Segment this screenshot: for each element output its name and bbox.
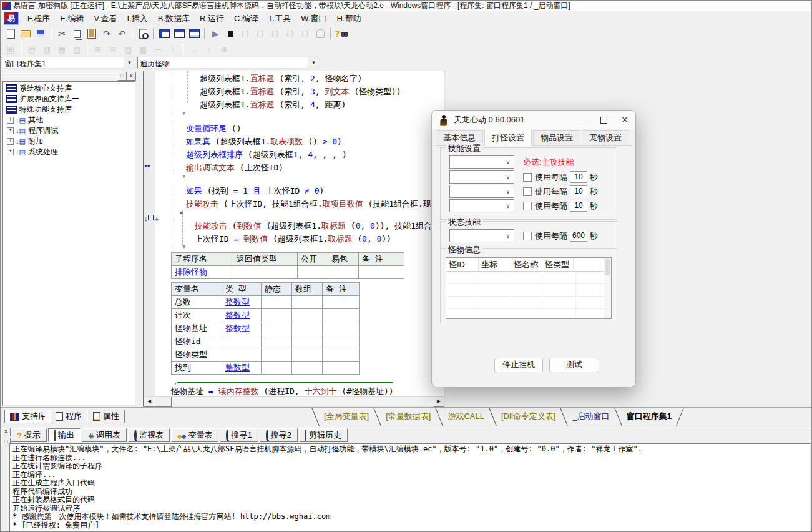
table-row[interactable]: 怪物类型: [172, 348, 360, 362]
panel-tab-属性[interactable]: 属性: [87, 410, 125, 423]
scroll-left-icon[interactable]: ◀: [144, 397, 155, 407]
menu-item-c[interactable]: C.编译: [229, 12, 263, 26]
snap-grid-icon[interactable]: ▣: [4, 42, 17, 56]
output-tab-搜寻2[interactable]: 搜寻2: [260, 428, 298, 442]
listview-scrollbar[interactable]: [604, 258, 611, 318]
align-left-icon[interactable]: ▤: [25, 42, 39, 56]
doc-tab-Dll命令定义表[interactable]: [Dll命令定义表]: [492, 408, 564, 426]
tree-item[interactable]: 特殊功能支持库: [3, 104, 135, 115]
interval-seconds-field[interactable]: 10: [570, 171, 587, 183]
variables-table[interactable]: 变量名类 型静态数组备 注总数整数型计次整数型怪物基址整数型怪物id怪物类型找到…: [171, 282, 360, 375]
space-across-icon[interactable]: ⊣: [151, 42, 165, 56]
dialog-tab-打怪设置[interactable]: 打怪设置: [484, 129, 532, 146]
panel-tab-程序[interactable]: 程序: [50, 410, 87, 423]
cut-icon[interactable]: ✂: [55, 27, 69, 41]
table-cell[interactable]: [222, 348, 262, 362]
output-tab-调用表[interactable]: ⋕调用表: [82, 428, 127, 442]
save-icon[interactable]: [34, 27, 47, 41]
doc-tab-游戏CALL[interactable]: 游戏CALL: [439, 408, 493, 426]
output-tab-输出[interactable]: 输出: [48, 428, 81, 442]
use-interval-checkbox[interactable]: [523, 173, 532, 182]
combo-chevron-icon[interactable]: ∨: [502, 202, 514, 209]
panel-tab-支持库[interactable]: 支持库: [4, 410, 52, 423]
table-row[interactable]: 怪物id: [172, 335, 360, 348]
combo-chevron-icon[interactable]: ∨: [502, 159, 514, 165]
table-cell[interactable]: [323, 348, 360, 362]
tree-item[interactable]: +↓▤其他: [3, 115, 135, 126]
listview-empty-row[interactable]: [446, 309, 611, 319]
interval-seconds-field[interactable]: 10: [570, 185, 587, 197]
skill-combobox[interactable]: ∨: [449, 170, 514, 184]
stop-bot-button[interactable]: 停止挂机: [494, 358, 543, 372]
table-cell[interactable]: 找到: [172, 362, 222, 375]
tree-expand-icon[interactable]: +: [7, 117, 14, 124]
menu-item-r[interactable]: R.运行: [195, 12, 229, 26]
tree-item[interactable]: 扩展界面支持库一: [3, 94, 135, 104]
align-right-icon[interactable]: ▥: [40, 42, 54, 56]
help-find-icon[interactable]: ?: [335, 27, 348, 41]
tree-expand-icon[interactable]: +: [7, 138, 14, 145]
method-dropdown-icon[interactable]: ▼: [308, 57, 319, 68]
menu-item-h[interactable]: H.帮助: [331, 12, 366, 26]
table-row[interactable]: 怪物基址整数型: [172, 322, 360, 335]
dock-title-bar[interactable]: □ x: [1, 71, 137, 81]
code-line[interactable]: 变量循环尾 (): [186, 124, 241, 134]
app-menu-logo-icon[interactable]: 易: [4, 12, 19, 25]
table-row[interactable]: 找到整数型: [172, 362, 360, 375]
code-line[interactable]: 如果真 (超级列表框1.取表项数 () > 0): [186, 137, 342, 147]
table-row[interactable]: 计次整数型: [172, 309, 360, 322]
same-height-icon[interactable]: ▩: [136, 42, 150, 56]
scroll-right-icon[interactable]: ▶: [433, 397, 444, 407]
window-layout-icon[interactable]: [187, 27, 201, 41]
code-line[interactable]: 技能攻击 (上次怪ID, 技能1组合框.取项目数值 (技能1组合框.现行选中项: [186, 199, 444, 209]
stop-icon[interactable]: [223, 27, 237, 41]
table-cell[interactable]: [323, 296, 360, 309]
doc-tab-全局变量表[interactable]: [全局变量表]: [315, 408, 378, 426]
table-cell[interactable]: [292, 309, 323, 322]
dialog-tab-宠物设置[interactable]: 宠物设置: [582, 130, 629, 145]
assembly-dropdown-icon[interactable]: ▼: [124, 57, 135, 68]
copy-icon[interactable]: [70, 27, 84, 41]
table-cell[interactable]: [222, 335, 262, 348]
table-cell[interactable]: [359, 266, 404, 279]
code-body[interactable]: ▼ ▼ ▼ ▶ 超级列表框1.置标题 (索引, 2, 怪物名字)超级列表框1.置…: [155, 71, 444, 397]
same-width-icon[interactable]: ▨: [121, 42, 135, 56]
listview-column-2[interactable]: 坐标: [479, 258, 511, 271]
skill-combobox[interactable]: ∨: [449, 199, 514, 212]
menu-item-w[interactable]: W.窗口: [296, 12, 331, 26]
paste-icon[interactable]: [85, 27, 99, 41]
skill-combobox[interactable]: ∨: [449, 229, 514, 242]
code-line[interactable]: 怪物基址 = 读内存整数 (进程ID, 十六到十 (#怪物基址)): [171, 387, 394, 397]
skill-combobox[interactable]: ∨: [449, 185, 514, 198]
output-tab-变量表[interactable]: ◆◆变量表: [171, 428, 218, 442]
table-cell[interactable]: [262, 296, 292, 309]
table-cell[interactable]: [292, 348, 323, 362]
table-cell[interactable]: [328, 266, 359, 279]
dock-maximize-icon[interactable]: □: [117, 72, 127, 81]
menu-item-t[interactable]: T.工具: [263, 12, 296, 26]
table-cell[interactable]: [292, 335, 323, 348]
tree-expand-icon[interactable]: +: [7, 149, 14, 155]
table-cell[interactable]: [323, 362, 360, 375]
size-height-icon[interactable]: ↕: [202, 42, 216, 56]
dock-close-icon[interactable]: x: [127, 72, 136, 81]
doc-tab-_启动窗口[interactable]: _启动窗口: [564, 408, 618, 426]
scrollbar-thumb[interactable]: [154, 397, 172, 407]
method-selector[interactable]: 遍历怪物 ▼: [137, 57, 320, 69]
subroutine-table[interactable]: 子程序名返回值类型公开易包备 注排除怪物: [171, 252, 404, 279]
menu-item-f[interactable]: F.程序: [22, 12, 55, 26]
menu-item-v[interactable]: V.查看: [89, 12, 122, 26]
code-line[interactable]: 超级列表框1.置标题 (索引, 4, 距离): [200, 100, 346, 110]
dialog-title-bar[interactable]: 天龙心动 0.60.0601 — ×: [432, 111, 635, 129]
table-cell[interactable]: [292, 296, 323, 309]
table-cell[interactable]: [233, 266, 298, 279]
interval-seconds-field[interactable]: 600: [570, 230, 587, 242]
menu-item-e[interactable]: E.编辑: [55, 12, 89, 26]
table-cell[interactable]: [323, 335, 360, 348]
size-width-icon[interactable]: ↔: [187, 42, 201, 56]
space-down-icon[interactable]: ⊥: [166, 42, 180, 56]
use-interval-checkbox[interactable]: [523, 187, 532, 196]
listview-column-3[interactable]: 怪名称: [511, 258, 542, 271]
new-file-icon[interactable]: [4, 27, 17, 41]
find-icon[interactable]: [136, 27, 150, 41]
